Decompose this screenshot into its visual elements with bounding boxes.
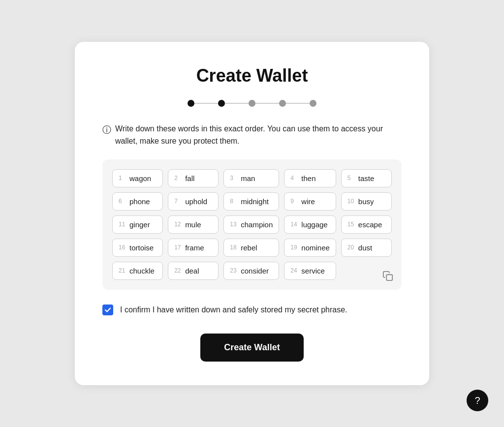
word-number: 10 <box>347 198 355 205</box>
word-text: deal <box>185 267 199 275</box>
word-number: 7 <box>174 198 182 205</box>
word-chip: 14luggage <box>284 215 336 234</box>
step-line-2 <box>225 103 249 104</box>
word-text: rebel <box>241 244 257 252</box>
confirm-label: I confirm I have written down and safely… <box>120 304 347 316</box>
confirm-row: I confirm I have written down and safely… <box>102 304 402 316</box>
word-text: busy <box>358 197 374 206</box>
word-chip: 5taste <box>341 169 392 187</box>
word-text: phone <box>129 197 150 206</box>
word-number: 17 <box>174 244 182 251</box>
word-chip: 2fall <box>168 169 219 187</box>
word-number: 13 <box>230 221 238 228</box>
word-text: dust <box>358 244 372 252</box>
word-text: tortoise <box>129 244 154 252</box>
word-chip: 1wagon <box>112 169 163 187</box>
word-text: fall <box>185 174 194 183</box>
word-number: 5 <box>347 175 355 182</box>
word-number: 8 <box>230 198 238 205</box>
word-number: 11 <box>119 221 126 228</box>
word-chip: 8midnight <box>223 192 279 211</box>
word-text: wagon <box>129 174 151 183</box>
word-number: 21 <box>119 267 126 274</box>
info-icon: ⓘ <box>102 123 111 137</box>
word-text: uphold <box>185 197 207 206</box>
word-number: 15 <box>347 221 355 228</box>
copy-button[interactable] <box>381 269 395 283</box>
word-number: 23 <box>230 267 238 274</box>
word-text: champion <box>241 220 273 229</box>
word-text: ginger <box>129 220 150 229</box>
word-chip: 20dust <box>341 239 392 257</box>
words-container: 1wagon2fall3man4then5taste6phone7uphold8… <box>102 159 402 290</box>
word-number: 24 <box>290 267 298 274</box>
word-number: 22 <box>174 267 182 274</box>
word-chip: 6phone <box>112 192 163 211</box>
word-text: escape <box>358 220 382 229</box>
info-text-content: Write down these words in this exact ord… <box>115 122 402 148</box>
step-5 <box>310 100 316 107</box>
word-chip: 22deal <box>168 262 219 280</box>
word-text: wire <box>301 197 315 206</box>
word-chip: 16tortoise <box>112 239 163 257</box>
step-4 <box>279 100 286 107</box>
svg-rect-0 <box>386 274 392 280</box>
info-section: ⓘ Write down these words in this exact o… <box>102 122 402 148</box>
word-chip: 23consider <box>223 262 279 280</box>
word-number: 12 <box>174 221 182 228</box>
word-number: 6 <box>119 198 126 205</box>
word-text: consider <box>241 267 269 275</box>
word-chip: 9wire <box>284 192 336 211</box>
step-line-3 <box>255 103 279 104</box>
page-title: Create Wallet <box>102 65 402 86</box>
word-number: 20 <box>347 244 355 251</box>
confirm-checkbox[interactable] <box>102 305 113 315</box>
word-text: then <box>301 174 315 183</box>
word-number: 9 <box>290 198 298 205</box>
step-line-1 <box>194 103 218 104</box>
word-text: midnight <box>241 197 269 206</box>
word-chip: 18rebel <box>223 239 279 257</box>
word-text: mule <box>185 220 201 229</box>
word-text: frame <box>185 244 204 252</box>
progress-stepper <box>102 100 402 107</box>
step-line-4 <box>286 103 310 104</box>
create-wallet-card: Create Wallet ⓘ Write down these words i… <box>75 42 429 386</box>
words-grid: 1wagon2fall3man4then5taste6phone7uphold8… <box>112 169 392 280</box>
word-chip: 3man <box>223 169 279 187</box>
word-chip: 11ginger <box>112 215 163 234</box>
word-chip: 24service <box>284 262 336 280</box>
word-number: 2 <box>174 175 182 182</box>
word-chip: 15escape <box>341 215 392 234</box>
word-chip: 4then <box>284 169 336 187</box>
word-text: luggage <box>301 220 327 229</box>
word-number: 18 <box>230 244 238 251</box>
word-number: 4 <box>290 175 298 182</box>
word-chip: 21chuckle <box>112 262 163 280</box>
word-number: 19 <box>290 244 298 251</box>
word-number: 1 <box>119 175 126 182</box>
step-1 <box>188 100 194 107</box>
word-chip: 13champion <box>223 215 279 234</box>
help-button[interactable]: ? <box>467 390 488 411</box>
step-2 <box>218 100 225 107</box>
word-number: 16 <box>119 244 126 251</box>
word-text: man <box>241 174 255 183</box>
word-chip: 19nominee <box>284 239 336 257</box>
word-text: nominee <box>301 244 330 252</box>
word-text: chuckle <box>129 267 155 275</box>
word-number: 3 <box>230 175 238 182</box>
word-chip: 17frame <box>168 239 219 257</box>
word-chip: 10busy <box>341 192 392 211</box>
word-number: 14 <box>290 221 298 228</box>
step-3 <box>249 100 255 107</box>
word-chip: 7uphold <box>168 192 219 211</box>
word-text: taste <box>358 174 375 183</box>
word-text: service <box>301 267 325 275</box>
word-chip: 12mule <box>168 215 219 234</box>
create-wallet-button[interactable]: Create Wallet <box>200 334 304 362</box>
help-icon: ? <box>474 395 480 406</box>
